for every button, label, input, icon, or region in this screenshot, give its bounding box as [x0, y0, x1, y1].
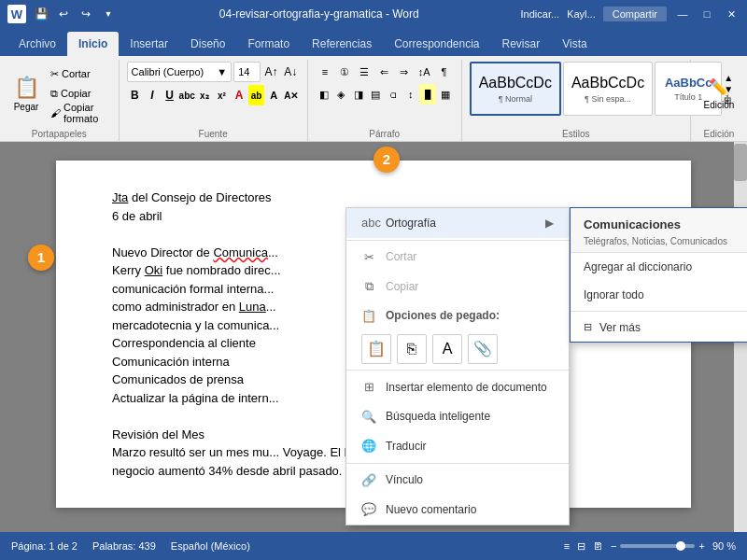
style-normal[interactable]: AaBbCcDc ¶ Normal	[470, 62, 561, 116]
style-sin-espacio-preview: AaBbCcDc	[571, 74, 644, 91]
paste-btn[interactable]: 📋 Pegar	[7, 65, 45, 121]
close-btn[interactable]: ✕	[723, 6, 740, 22]
column-btn[interactable]: ⫏	[385, 84, 402, 105]
zoom-minus-btn[interactable]: −	[611, 540, 616, 552]
user-btn[interactable]: Kayl...	[567, 8, 596, 20]
tab-archivo[interactable]: Archivo	[7, 32, 67, 56]
ctx-ortografia-label: Ortografía	[386, 215, 536, 231]
vinculo-icon: 🔗	[361, 471, 376, 490]
ctx-vinculo-label: Vínculo	[386, 471, 554, 488]
font-grow-btn[interactable]: A↑	[262, 62, 280, 82]
share-btn[interactable]: Compartir	[603, 7, 667, 21]
paste-special-btn[interactable]: 📎	[468, 334, 498, 364]
copy-btn[interactable]: ⧉Copiar	[47, 84, 111, 103]
subscript-btn[interactable]: x₂	[196, 85, 213, 105]
numbered-list-btn[interactable]: ①	[335, 62, 354, 82]
style-normal-label: ¶ Normal	[499, 94, 532, 104]
clipboard-small-btns: ✂Cortar ⧉Copiar 🖌Copiar formato	[47, 64, 111, 122]
tab-insertar[interactable]: Insertar	[119, 32, 179, 56]
align-center-btn[interactable]: ◈	[332, 84, 349, 105]
align-left-btn[interactable]: ◧	[316, 84, 332, 105]
paste-text-only-btn[interactable]: A	[432, 334, 462, 364]
insertar-icon: ⊞	[361, 378, 376, 397]
ctx-ortografia-item[interactable]: abc Ortografía ▶	[346, 208, 569, 238]
callout-1-number: 1	[37, 247, 45, 269]
submenu-ignorar-item[interactable]: Ignorar todo	[571, 281, 747, 309]
qs-save-btn[interactable]: 💾	[32, 5, 50, 23]
tab-revisar[interactable]: Revisar	[491, 32, 552, 56]
tab-vista[interactable]: Vista	[551, 32, 598, 56]
ctx-traducir-item[interactable]: 🌐 Traducir	[346, 431, 569, 461]
ctx-nuevo-comentario-label: Nuevo comentario	[386, 501, 554, 518]
border-btn[interactable]: ▦	[437, 84, 454, 105]
view-icon-1[interactable]: ≡	[564, 540, 570, 552]
callout-2: 2	[374, 147, 400, 173]
underline-btn[interactable]: U	[162, 85, 178, 105]
tab-diseno[interactable]: Diseño	[179, 32, 236, 56]
increase-indent-btn[interactable]: ⇒	[395, 62, 414, 82]
ctx-insertar-elemento-item[interactable]: ⊞ Insertar elemento de documento	[346, 372, 569, 402]
tab-correspondencia[interactable]: Correspondencia	[383, 32, 490, 56]
line-spacing-btn[interactable]: ↕	[402, 84, 419, 105]
superscript-btn[interactable]: x²	[214, 85, 231, 105]
tab-referencias[interactable]: Referencias	[301, 32, 383, 56]
bullet-list-btn[interactable]: ≡	[316, 62, 334, 82]
submenu-ver-mas-item[interactable]: ⊟ Ver más	[571, 314, 747, 342]
ctx-nuevo-comentario-item[interactable]: 💬 Nuevo comentario	[346, 495, 569, 525]
edicion-label: Edición	[704, 100, 735, 110]
style-sin-espacio[interactable]: AaBbCcDc ¶ Sin espa...	[563, 62, 653, 116]
portapapeles-label: Portapapeles	[7, 127, 111, 141]
maximize-btn[interactable]: □	[698, 6, 715, 22]
zoom-plus-btn[interactable]: +	[698, 540, 704, 552]
format-painter-icon: 🖌	[50, 107, 61, 119]
highlight-btn[interactable]: ab	[248, 85, 265, 105]
format-painter-btn[interactable]: 🖌Copiar formato	[47, 104, 111, 122]
font-name-arrow: ▼	[217, 66, 227, 77]
bold-btn[interactable]: B	[127, 85, 144, 105]
qs-customize-btn[interactable]: ▼	[99, 5, 118, 23]
paste-merge-btn[interactable]: ⎘	[397, 334, 427, 364]
font-name-row: Calibri (Cuerpo) ▼ 14 A↑ A↓	[127, 62, 300, 82]
luna-span: Luna	[239, 300, 266, 314]
qs-redo-btn[interactable]: ↪	[77, 5, 95, 23]
decrease-indent-btn[interactable]: ⇐	[375, 62, 394, 82]
callout-1: 1	[28, 245, 54, 271]
italic-btn[interactable]: I	[144, 85, 161, 105]
qs-undo-btn[interactable]: ↩	[54, 5, 73, 23]
align-justify-btn[interactable]: ▤	[368, 84, 385, 105]
shading-btn[interactable]: █	[419, 84, 436, 105]
font-color-btn[interactable]: A	[231, 85, 247, 105]
ribbon-tabs: Archivo Inicio Insertar Diseño Formato R…	[0, 28, 747, 56]
submenu-agregar-item[interactable]: Agregar al diccionario	[571, 253, 747, 281]
copiar-icon: ⧉	[361, 277, 376, 296]
font-shrink-btn[interactable]: A↓	[282, 62, 300, 82]
align-right-btn[interactable]: ◨	[350, 84, 367, 105]
nuevo-comentario-icon: 💬	[361, 500, 376, 519]
show-hide-btn[interactable]: ¶	[434, 62, 453, 82]
paste-keep-source-btn[interactable]: 📋	[361, 334, 391, 364]
multilevel-list-btn[interactable]: ☰	[355, 62, 374, 82]
parrafo-controls: ≡ ① ☰ ⇐ ⇒ ↕A ¶ ◧ ◈ ◨ ▤ ⫏ ↕ █ ▦	[316, 60, 454, 106]
strikethrough-btn[interactable]: abc	[178, 85, 195, 105]
font-name-dropdown[interactable]: Calibri (Cuerpo) ▼	[127, 62, 233, 82]
edicion-btn[interactable]: ✏️ Edición	[698, 65, 740, 121]
sort-btn[interactable]: ↕A	[415, 62, 433, 82]
traducir-icon: 🌐	[361, 437, 376, 455]
text-effects-btn[interactable]: A	[265, 85, 282, 105]
font-size-input[interactable]: 14	[233, 62, 261, 82]
title-bar-title: 04-revisar-ortografia-y-gramatica - Word	[118, 7, 521, 21]
minimize-btn[interactable]: —	[674, 6, 691, 22]
ctx-copiar-item: ⧉ Copiar	[346, 272, 569, 301]
zoom-slider[interactable]	[620, 544, 695, 548]
ctx-vinculo-item[interactable]: 🔗 Vínculo	[346, 466, 569, 496]
scrollbar-thumb[interactable]	[734, 144, 747, 181]
indicator-btn[interactable]: Indicar...	[521, 8, 560, 20]
tab-inicio[interactable]: Inicio	[67, 32, 119, 56]
clear-format-btn[interactable]: A✕	[283, 85, 300, 105]
oki-span: Oki	[145, 263, 163, 277]
view-icon-3[interactable]: 🖹	[593, 540, 603, 552]
tab-formato[interactable]: Formato	[236, 32, 301, 56]
view-icon-2[interactable]: ⊟	[577, 540, 585, 553]
cut-btn[interactable]: ✂Cortar	[47, 64, 111, 83]
ctx-busqueda-item[interactable]: 🔍 Búsqueda inteligente	[346, 402, 569, 432]
